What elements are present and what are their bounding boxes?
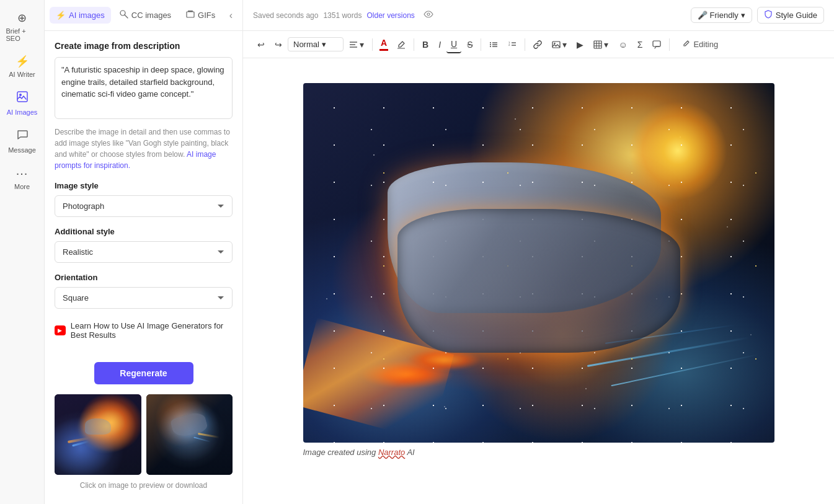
inspiration-link[interactable]: AI image prompts for inspiration.: [55, 150, 216, 170]
svg-point-1: [19, 94, 22, 96]
message-icon: [16, 128, 29, 144]
regenerate-button[interactable]: Regenerate: [94, 362, 193, 384]
tab-cc-images[interactable]: CC images: [113, 6, 177, 24]
sidebar-item-label: More: [14, 183, 30, 190]
additional-style-select[interactable]: Realistic Abstract Minimalist Vintage Fu…: [55, 241, 233, 263]
tab-ai-images[interactable]: ⚡ AI images: [50, 7, 111, 24]
thumbnail-2[interactable]: [146, 394, 233, 475]
sidebar-item-ai-images[interactable]: AI Images: [2, 86, 42, 121]
bold-button[interactable]: B: [418, 37, 433, 53]
chevron-down-icon: ▾: [604, 40, 608, 50]
word-count: 1351 words: [323, 11, 362, 20]
orientation-group: Orientation Square Landscape Portrait: [55, 273, 233, 309]
orientation-select[interactable]: Square Landscape Portrait: [55, 287, 233, 309]
cc-images-tab-icon: [120, 10, 128, 20]
alignment-button[interactable]: ▾: [345, 37, 368, 53]
svg-point-12: [490, 44, 491, 45]
image-caption: Image created using Narrato AI: [303, 448, 774, 457]
svg-rect-23: [594, 41, 601, 48]
older-versions-link[interactable]: Older versions: [366, 11, 414, 20]
ai-images-icon: [16, 91, 29, 106]
sidebar-item-more[interactable]: ··· More: [2, 161, 42, 195]
sidebar-item-label: Brief + SEO: [6, 27, 38, 42]
svg-text:2.: 2.: [508, 43, 510, 46]
sidebar-item-label: AI Images: [7, 108, 38, 116]
underline-button[interactable]: U: [446, 36, 461, 53]
sidebar-item-label: AI Writer: [9, 71, 35, 78]
pencil-icon: [682, 40, 690, 50]
svg-point-11: [490, 42, 491, 43]
sidebar-item-ai-writer[interactable]: ⚡ AI Writer: [2, 50, 42, 83]
redo-button[interactable]: ↪: [270, 37, 286, 53]
sidebar-item-message[interactable]: Message: [2, 123, 42, 159]
saved-status: Saved seconds ago: [253, 11, 318, 20]
chevron-down-icon: ▾: [741, 11, 745, 20]
svg-rect-28: [653, 41, 660, 46]
divider-2: [414, 38, 414, 51]
svg-point-6: [427, 13, 430, 15]
strikethrough-button[interactable]: S: [463, 37, 477, 53]
thumbnail-1[interactable]: [55, 394, 141, 475]
top-bar: Saved seconds ago 1351 words Older versi…: [243, 0, 834, 31]
editing-label: Editing: [693, 40, 718, 49]
divider-3: [481, 38, 481, 51]
undo-button[interactable]: ↩: [253, 37, 269, 53]
font-color-button[interactable]: A: [376, 36, 391, 53]
editor-toolbar: ↩ ↪ Normal ▾ ▾ A B I U: [243, 31, 834, 58]
numbered-list-button[interactable]: 1. 2.: [504, 37, 521, 52]
svg-point-13: [490, 46, 491, 47]
panel-content: Create image from description Describe t…: [45, 31, 242, 350]
image-style-label: Image style: [55, 181, 233, 190]
svg-rect-5: [188, 11, 193, 12]
preview-button[interactable]: [420, 8, 437, 22]
divider-5: [669, 38, 670, 51]
style-guide-button[interactable]: Style Guide: [757, 7, 824, 24]
shield-icon: [764, 10, 773, 20]
comment-button[interactable]: [648, 37, 665, 52]
link-button[interactable]: [529, 37, 546, 52]
editor-image-container: Image created using Narrato AI: [303, 83, 774, 457]
font-color-icon: A: [381, 38, 387, 48]
editor-content[interactable]: Image created using Narrato AI: [243, 58, 834, 504]
italic-button[interactable]: I: [434, 37, 445, 53]
svg-rect-0: [17, 92, 27, 102]
youtube-icon: ▶: [55, 325, 66, 335]
panel-tabs: ⚡ AI images CC images GIFs ‹: [45, 0, 242, 31]
svg-line-3: [125, 15, 128, 18]
font-color-bar: [379, 49, 388, 51]
svg-rect-21: [552, 42, 560, 48]
image-style-select[interactable]: Photograph Illustration Digital Art Wate…: [55, 195, 233, 217]
learn-link[interactable]: ▶ Learn How to Use AI Image Generators f…: [55, 321, 233, 340]
tab-label: GIFs: [198, 11, 215, 20]
style-dropdown[interactable]: Normal ▾: [288, 37, 344, 51]
tone-selector[interactable]: 🎤 Friendly ▾: [691, 7, 752, 23]
sidebar-item-brief-seo[interactable]: ⊕ Brief + SEO: [2, 6, 42, 47]
collapse-panel-button[interactable]: ‹: [224, 7, 237, 24]
tab-gifs[interactable]: GIFs: [180, 6, 221, 24]
hint-text: Describe the image in detail and then us…: [55, 126, 233, 171]
play-button[interactable]: ▶: [572, 37, 588, 53]
bullet-list-button[interactable]: [485, 37, 502, 52]
formula-button[interactable]: Σ: [633, 37, 647, 53]
brief-seo-icon: ⊕: [17, 11, 27, 25]
sidebar-item-label: Message: [8, 146, 36, 154]
style-value: Normal: [293, 40, 319, 49]
divider-4: [525, 38, 525, 51]
editing-mode-button[interactable]: Editing: [676, 37, 724, 52]
ai-images-panel: ⚡ AI images CC images GIFs ‹ Cr: [45, 0, 243, 504]
svg-point-22: [554, 42, 556, 43]
highlight-button[interactable]: [393, 37, 410, 52]
table-button[interactable]: ▾: [589, 37, 613, 53]
main-editor: Saved seconds ago 1351 words Older versi…: [243, 0, 834, 504]
click-hint: Click on image to preview or download: [45, 475, 242, 500]
learn-link-text: Learn How to Use AI Image Generators for…: [71, 321, 233, 340]
section-title: Create image from description: [55, 41, 233, 51]
emoji-button[interactable]: ☺: [614, 37, 631, 53]
sidebar-nav: ⊕ Brief + SEO ⚡ AI Writer AI Images Mess…: [0, 0, 45, 504]
svg-rect-4: [187, 12, 194, 17]
image-grid: [45, 394, 242, 475]
image-insert-button[interactable]: ▾: [548, 37, 571, 53]
prompt-textarea[interactable]: [55, 57, 233, 119]
tab-label: AI images: [69, 11, 105, 20]
chevron-down-icon: ▾: [562, 40, 567, 50]
